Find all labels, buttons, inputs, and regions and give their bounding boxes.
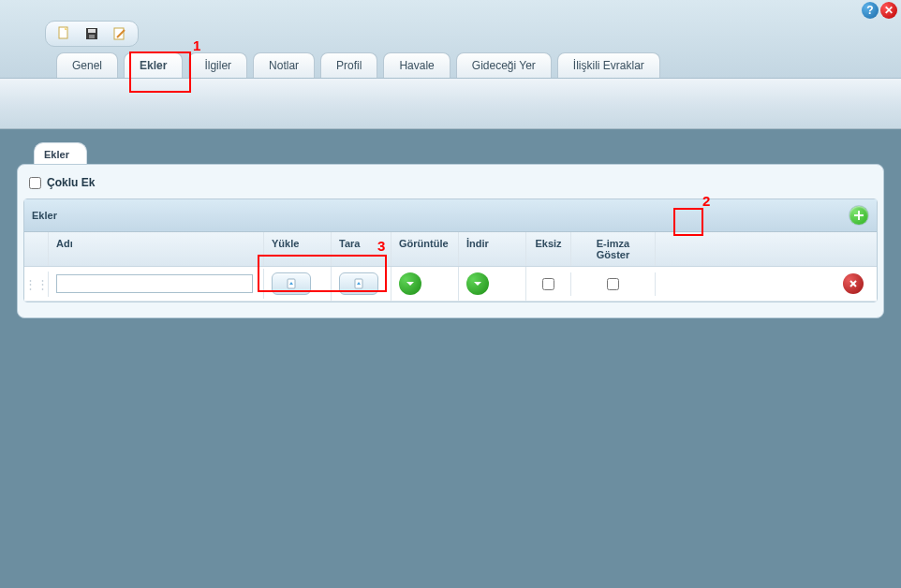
close-icon	[848, 278, 859, 289]
save-button[interactable]	[81, 23, 102, 44]
scan-button[interactable]	[339, 272, 378, 295]
view-button[interactable]	[399, 272, 421, 295]
tab-genel[interactable]: Genel	[56, 52, 118, 78]
coklu-ek-row: Çoklu Ek	[23, 170, 878, 198]
table-row: ⋮⋮	[24, 267, 877, 301]
col-header-yukle: Yükle	[264, 232, 332, 266]
svg-marker-13	[406, 282, 414, 286]
arrow-down-icon	[472, 278, 483, 289]
sub-header-strip	[0, 79, 901, 129]
download-button[interactable]	[466, 272, 489, 295]
plus-icon	[852, 209, 865, 222]
col-header-goruntule: Görüntüle	[391, 232, 459, 266]
grid-header: Adı Yükle Tara Görüntüle İndir Eksiz E-i…	[24, 232, 877, 267]
new-document-button[interactable]	[53, 23, 74, 44]
main-tabs: Genel Ekler İlgiler Notlar Profil Havale…	[56, 52, 660, 78]
coklu-ek-checkbox[interactable]	[29, 177, 41, 189]
tab-notlar[interactable]: Notlar	[253, 52, 315, 78]
tab-havale[interactable]: Havale	[383, 52, 450, 78]
col-header-eksiz: Eksiz	[526, 232, 571, 266]
svg-rect-4	[89, 35, 95, 38]
ekler-grid: Ekler Adı Yükle Tara Görüntüle İndir Eks…	[23, 198, 878, 302]
grid-title-text: Ekler	[32, 210, 57, 221]
upload-button[interactable]	[272, 272, 311, 295]
arrow-down-icon	[405, 278, 416, 289]
tab-iliskili-evraklar[interactable]: İlişkili Evraklar	[557, 52, 660, 78]
grid-title-bar: Ekler	[24, 199, 877, 232]
drag-handle-icon[interactable]: ⋮⋮	[32, 277, 40, 291]
upload-file-icon	[285, 277, 298, 290]
svg-rect-3	[88, 29, 96, 33]
workspace: Ekler Çoklu Ek Ekler Adı Yükle Tara	[0, 79, 901, 588]
row-name-input[interactable]	[56, 274, 253, 293]
svg-rect-8	[854, 214, 864, 216]
col-header-indir: İndir	[459, 232, 526, 266]
edit-button[interactable]	[110, 23, 130, 44]
ekler-panel: Çoklu Ek Ekler Adı Yükle Tara Görüntüle …	[17, 164, 884, 318]
tab-profil[interactable]: Profil	[320, 52, 377, 78]
tab-gidecegi-yer[interactable]: Gideceği Yer	[456, 52, 552, 78]
coklu-ek-label: Çoklu Ek	[47, 176, 95, 189]
eimza-checkbox[interactable]	[607, 278, 619, 290]
close-icon[interactable]: ✕	[880, 2, 897, 19]
scan-file-icon	[352, 277, 365, 290]
svg-rect-5	[114, 28, 124, 39]
delete-row-button[interactable]	[843, 273, 864, 294]
col-header-tara: Tara	[332, 232, 391, 266]
main-toolbar	[45, 21, 139, 47]
tab-ekler[interactable]: Ekler	[124, 52, 183, 78]
panel-wrapper: Ekler Çoklu Ek Ekler Adı Yükle Tara	[17, 142, 884, 318]
eksiz-checkbox[interactable]	[542, 278, 554, 290]
col-header-adi: Adı	[49, 232, 264, 266]
help-icon[interactable]: ?	[862, 2, 879, 19]
app-header: ? ✕ Genel Ekler İlgiler Notlar Profil Ha…	[0, 0, 901, 79]
svg-marker-14	[474, 282, 481, 286]
col-header-eimza: E-imza Göster	[571, 232, 656, 266]
add-row-button[interactable]	[849, 205, 869, 226]
tab-ilgiler[interactable]: İlgiler	[188, 52, 247, 78]
panel-tab-ekler[interactable]: Ekler	[34, 142, 87, 164]
header-right-controls: ? ✕	[862, 2, 897, 19]
